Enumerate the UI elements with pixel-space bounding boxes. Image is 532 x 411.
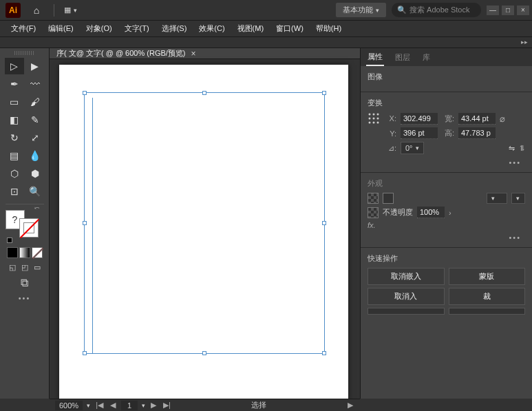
color-mode-none[interactable] [32, 247, 43, 258]
menu-view[interactable]: 视图(M) [232, 21, 270, 36]
y-field[interactable]: 396 pt [401, 127, 438, 139]
menu-effect[interactable]: 效果(C) [193, 21, 230, 36]
handle-tr[interactable] [322, 91, 326, 95]
reembed-button[interactable]: 取消入 [368, 288, 445, 305]
w-field[interactable]: 43.44 pt [458, 113, 496, 125]
close-window-button[interactable]: × [517, 6, 529, 15]
minimize-button[interactable]: — [487, 6, 499, 15]
screen-mode-full[interactable]: ◰ [19, 262, 30, 272]
menu-object[interactable]: 对象(O) [81, 21, 118, 36]
scale-tool[interactable]: ⤢ [25, 129, 45, 146]
handle-tl[interactable] [83, 91, 87, 95]
tab-properties[interactable]: 属性 [366, 49, 384, 66]
eraser-tool[interactable]: ◧ [5, 112, 24, 128]
angle-field[interactable]: 0°▾ [401, 142, 424, 154]
stroke-swatch[interactable] [19, 218, 39, 238]
stroke-profile[interactable]: ▾ [511, 193, 525, 204]
close-tab-button[interactable]: × [191, 49, 196, 59]
flip-vertical-icon[interactable]: ⥮ [519, 144, 525, 153]
toolbar-more[interactable]: ••• [19, 294, 31, 302]
color-mode-solid[interactable] [7, 247, 18, 258]
crop-button[interactable]: 裁 [449, 288, 526, 305]
fill-stroke-control[interactable]: ⤺ ? [6, 210, 44, 238]
artboard-number[interactable]: 1 [121, 401, 138, 410]
handle-ml[interactable] [83, 221, 87, 225]
search-placeholder: 搜索 Adobe Stock [409, 5, 469, 15]
status-arrow[interactable]: ▶ [346, 401, 354, 410]
fx-label[interactable]: fx. [368, 221, 376, 229]
link-wh-icon[interactable]: ⌀ [500, 114, 513, 124]
next-artboard-button[interactable]: ▶ [149, 401, 158, 410]
menu-file[interactable]: 文件(F) [6, 21, 41, 36]
live-paint-tool[interactable]: ⬢ [25, 165, 45, 182]
selection-tool[interactable]: ▷ [5, 58, 24, 74]
fill-swatch-small[interactable] [368, 193, 379, 204]
handle-tc[interactable] [202, 91, 206, 95]
shape-builder-tool[interactable]: ⬡ [5, 165, 24, 182]
eyedropper-tool[interactable]: ✎ [25, 112, 45, 128]
arrange-documents[interactable]: ▦ ▾ [58, 6, 83, 14]
first-artboard-button[interactable]: |◀ [94, 401, 105, 410]
appearance-more[interactable]: ••• [368, 232, 525, 242]
app-logo: Ai [6, 3, 21, 18]
menu-window[interactable]: 窗口(W) [270, 21, 309, 36]
pen-tool[interactable]: ✒ [5, 76, 24, 92]
x-field[interactable]: 302.499 [401, 113, 438, 125]
screen-mode-normal[interactable]: ◱ [7, 262, 18, 272]
swap-fill-stroke-icon[interactable]: ⤺ [34, 204, 40, 211]
tab-layers[interactable]: 图层 [394, 50, 412, 65]
screen-mode-present[interactable]: ▭ [32, 262, 43, 272]
rectangle-tool[interactable]: ▭ [5, 94, 24, 110]
h-field[interactable]: 47.783 p [458, 127, 496, 139]
opacity-arrow-icon[interactable]: › [449, 209, 451, 217]
handle-br[interactable] [322, 351, 326, 355]
status-bar: 600% ▾ |◀ ◀ 1 ▾ ▶ ▶| 选择 ▶ [50, 399, 360, 411]
direct-selection-tool[interactable]: ▶ [25, 58, 45, 74]
canvas[interactable] [50, 59, 360, 408]
expand-panels-icon[interactable]: ▸▸ [521, 39, 528, 45]
artboard[interactable] [59, 65, 348, 402]
handle-bc[interactable] [202, 351, 206, 355]
handle-bl[interactable] [83, 351, 87, 355]
transform-more[interactable]: ••• [368, 157, 525, 167]
quick-action-3[interactable] [368, 308, 445, 315]
stroke-weight-field[interactable]: ▾ [487, 193, 507, 204]
unembed-button[interactable]: 取消嵌入 [368, 268, 445, 285]
panel-grip[interactable] [14, 51, 35, 55]
selection-bounding-box[interactable] [84, 92, 325, 354]
opacity-field[interactable]: 100% [417, 207, 445, 218]
eyedropper2-tool[interactable]: 💧 [25, 147, 45, 164]
artboard-dropdown[interactable]: ▾ [142, 402, 145, 409]
zoom-field[interactable]: 600% [55, 401, 83, 410]
mask-button[interactable]: 蒙版 [449, 268, 526, 285]
home-button[interactable]: ⌂ [29, 3, 44, 18]
workspace-switcher[interactable]: 基本功能 ▾ [336, 3, 386, 17]
menu-edit[interactable]: 编辑(E) [43, 21, 79, 36]
zoom-tool[interactable]: 🔍 [25, 183, 45, 200]
curvature-tool[interactable]: 〰 [25, 76, 45, 92]
default-fill-stroke-icon[interactable] [7, 238, 12, 243]
last-artboard-button[interactable]: ▶| [162, 401, 172, 410]
handle-mr[interactable] [322, 221, 326, 225]
artboard-tool[interactable]: ⊡ [5, 183, 24, 200]
paintbrush-tool[interactable]: 🖌 [25, 94, 45, 110]
stroke-swatch-small[interactable] [383, 193, 394, 204]
rotate-tool[interactable]: ↻ [5, 129, 24, 146]
color-mode-gradient[interactable] [19, 247, 30, 258]
menu-type[interactable]: 文字(T) [119, 21, 155, 36]
quick-action-4[interactable] [449, 308, 526, 315]
prev-artboard-button[interactable]: ◀ [109, 401, 117, 410]
gradient-tool[interactable]: ▤ [5, 147, 24, 164]
opacity-label: 不透明度 [383, 207, 413, 218]
properties-panel: 属性 图层 库 图像 变换 X: 302.499 宽: 43.44 pt ⌀ Y… [360, 48, 532, 399]
tab-libraries[interactable]: 库 [421, 50, 432, 65]
edit-toolbar[interactable]: ⧉ [15, 276, 34, 290]
menu-select[interactable]: 选择(S) [156, 21, 193, 36]
reference-point-icon[interactable] [368, 112, 380, 125]
search-input[interactable]: 🔍搜索 Adobe Stock [392, 3, 481, 17]
zoom-dropdown[interactable]: ▾ [87, 402, 90, 409]
menu-help[interactable]: 帮助(H) [310, 21, 347, 36]
flip-horizontal-icon[interactable]: ⇋ [509, 144, 515, 153]
document-tab[interactable]: 序( 文@ 文字( @ @ 600% (RGB/预览) × [50, 48, 360, 59]
maximize-button[interactable]: □ [502, 6, 514, 15]
